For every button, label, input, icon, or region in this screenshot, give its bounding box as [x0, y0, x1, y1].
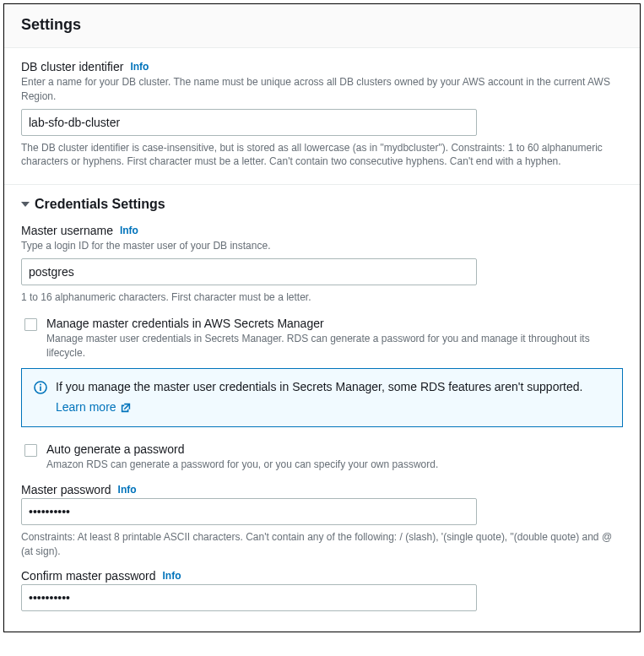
auto-generate-password-label: Auto generate a password [46, 442, 438, 456]
svg-point-1 [40, 384, 41, 386]
master-password-label: Master password [21, 483, 111, 496]
external-link-icon [120, 402, 132, 414]
db-cluster-identifier-field: DB cluster identifier Info Enter a name … [21, 60, 623, 169]
caret-down-icon [21, 202, 30, 207]
master-username-label: Master username [21, 224, 113, 237]
auto-generate-password-block: Auto generate a password Amazon RDS can … [21, 442, 623, 472]
master-password-info-link[interactable]: Info [118, 484, 137, 496]
master-password-field: Master password Info Constraints: At lea… [21, 483, 623, 559]
db-cluster-identifier-input[interactable] [21, 109, 477, 136]
master-username-field: Master username Info Type a login ID for… [21, 224, 623, 305]
master-username-info-link[interactable]: Info [120, 225, 138, 236]
learn-more-label: Learn more [56, 399, 116, 416]
db-cluster-identifier-description: Enter a name for your DB cluster. The na… [21, 75, 623, 104]
master-username-constraint: 1 to 16 alphanumeric characters. First c… [21, 290, 623, 305]
db-cluster-identifier-info-link[interactable]: Info [130, 61, 149, 73]
panel-body: DB cluster identifier Info Enter a name … [4, 48, 640, 632]
secrets-manager-info-alert: If you manage the master user credential… [21, 368, 623, 426]
confirm-password-field: Confirm master password Info [21, 569, 623, 611]
master-username-description: Type a login ID for the master user of y… [21, 239, 623, 253]
confirm-password-input[interactable] [21, 584, 477, 611]
settings-panel: Settings DB cluster identifier Info Ente… [3, 3, 641, 632]
db-cluster-identifier-constraint: The DB cluster identifier is case-insens… [21, 141, 623, 170]
learn-more-link[interactable]: Learn more [56, 399, 132, 416]
secrets-manager-checkbox-block: Manage master credentials in AWS Secrets… [21, 317, 623, 361]
info-icon [34, 381, 47, 415]
confirm-password-label: Confirm master password [21, 569, 156, 583]
page-title: Settings [21, 16, 623, 34]
info-alert-text: If you manage the master user credential… [56, 379, 610, 396]
master-username-input[interactable] [21, 258, 477, 285]
panel-header: Settings [4, 4, 640, 48]
master-password-input[interactable] [21, 498, 477, 525]
secrets-manager-description: Manage master user credentials in Secret… [46, 332, 623, 361]
db-cluster-identifier-label: DB cluster identifier [21, 60, 123, 73]
credentials-settings-toggle[interactable]: Credentials Settings [21, 197, 623, 212]
svg-rect-2 [40, 387, 41, 392]
auto-generate-password-description: Amazon RDS can generate a password for y… [46, 458, 438, 472]
secrets-manager-checkbox[interactable] [24, 318, 37, 331]
credentials-heading: Credentials Settings [35, 197, 165, 212]
auto-generate-password-checkbox[interactable] [24, 444, 37, 457]
confirm-password-info-link[interactable]: Info [163, 570, 181, 582]
master-password-constraint: Constraints: At least 8 printable ASCII … [21, 530, 623, 559]
secrets-manager-label: Manage master credentials in AWS Secrets… [46, 317, 623, 330]
section-divider [4, 184, 640, 185]
